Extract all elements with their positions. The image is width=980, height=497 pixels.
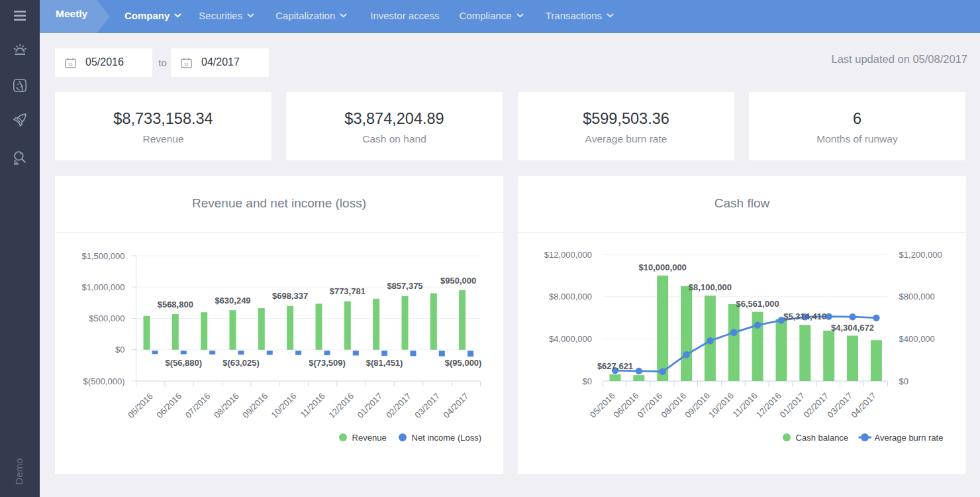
svg-text:$500,000: $500,000 bbox=[89, 313, 124, 323]
svg-text:$400,000: $400,000 bbox=[899, 334, 935, 344]
svg-text:05/2016: 05/2016 bbox=[588, 391, 617, 420]
svg-text:$627,621: $627,621 bbox=[597, 361, 633, 371]
svg-text:Cash balance: Cash balance bbox=[796, 433, 849, 443]
svg-text:01/2017: 01/2017 bbox=[356, 391, 385, 420]
svg-text:$(73,509): $(73,509) bbox=[309, 358, 346, 368]
svg-text:08/2016: 08/2016 bbox=[212, 391, 241, 420]
svg-text:$857,375: $857,375 bbox=[387, 281, 422, 291]
svg-text:$630,249: $630,249 bbox=[215, 296, 250, 305]
svg-text:$1,500,000: $1,500,000 bbox=[81, 251, 124, 261]
svg-text:Net income (Loss): Net income (Loss) bbox=[412, 433, 481, 443]
svg-text:31: 31 bbox=[68, 62, 74, 67]
svg-text:$5,314,410: $5,314,410 bbox=[783, 311, 826, 321]
svg-text:$(56,880): $(56,880) bbox=[165, 358, 202, 368]
svg-text:$1,000,000: $1,000,000 bbox=[81, 282, 124, 292]
svg-text:$568,800: $568,800 bbox=[158, 300, 193, 309]
svg-text:02/2017: 02/2017 bbox=[384, 391, 413, 420]
svg-text:12/2016: 12/2016 bbox=[754, 391, 783, 420]
svg-text:$(95,000): $(95,000) bbox=[445, 358, 482, 368]
svg-text:$0: $0 bbox=[583, 376, 592, 386]
svg-text:$8,000,000: $8,000,000 bbox=[549, 292, 592, 302]
svg-text:$4,304,672: $4,304,672 bbox=[831, 323, 874, 333]
svg-text:$(63,025): $(63,025) bbox=[222, 358, 260, 368]
svg-text:$950,000: $950,000 bbox=[440, 276, 476, 286]
svg-text:08/2016: 08/2016 bbox=[659, 391, 688, 420]
svg-text:12/2016: 12/2016 bbox=[326, 391, 356, 420]
svg-text:04/2017: 04/2017 bbox=[849, 391, 878, 420]
svg-text:$(500,000): $(500,000) bbox=[83, 376, 125, 386]
svg-text:$1,200,000: $1,200,000 bbox=[899, 250, 942, 260]
svg-text:03/2017: 03/2017 bbox=[825, 391, 854, 420]
svg-text:$12,000,000: $12,000,000 bbox=[544, 250, 592, 260]
svg-text:31: 31 bbox=[184, 62, 189, 67]
svg-text:09/2016: 09/2016 bbox=[240, 391, 270, 420]
svg-text:05/2016: 05/2016 bbox=[126, 391, 155, 420]
svg-text:09/2016: 09/2016 bbox=[683, 391, 712, 420]
svg-text:10/2016: 10/2016 bbox=[707, 391, 736, 420]
svg-text:$(81,451): $(81,451) bbox=[366, 358, 403, 368]
svg-text:11/2016: 11/2016 bbox=[731, 391, 760, 419]
svg-text:$0: $0 bbox=[899, 376, 908, 386]
svg-text:03/2017: 03/2017 bbox=[413, 391, 442, 420]
svg-text:$8,100,000: $8,100,000 bbox=[689, 282, 732, 292]
svg-text:06/2016: 06/2016 bbox=[154, 391, 183, 420]
svg-text:02/2017: 02/2017 bbox=[801, 391, 830, 420]
svg-text:Revenue: Revenue bbox=[352, 433, 387, 443]
svg-text:04/2017: 04/2017 bbox=[442, 391, 471, 420]
svg-text:$4,000,000: $4,000,000 bbox=[549, 334, 592, 344]
svg-text:07/2016: 07/2016 bbox=[183, 391, 213, 420]
svg-text:$773,781: $773,781 bbox=[330, 286, 366, 296]
svg-text:10/2016: 10/2016 bbox=[270, 391, 299, 420]
svg-text:$10,000,000: $10,000,000 bbox=[639, 262, 687, 272]
svg-text:$6,561,000: $6,561,000 bbox=[736, 299, 779, 309]
svg-text:11/2016: 11/2016 bbox=[299, 391, 327, 419]
svg-text:07/2016: 07/2016 bbox=[635, 391, 664, 420]
svg-text:$800,000: $800,000 bbox=[899, 292, 935, 302]
svg-text:$698,337: $698,337 bbox=[272, 291, 308, 301]
svg-text:$0: $0 bbox=[115, 345, 124, 355]
svg-text:01/2017: 01/2017 bbox=[778, 391, 807, 420]
svg-text:06/2016: 06/2016 bbox=[612, 391, 641, 420]
svg-text:Average burn rate: Average burn rate bbox=[875, 433, 944, 443]
